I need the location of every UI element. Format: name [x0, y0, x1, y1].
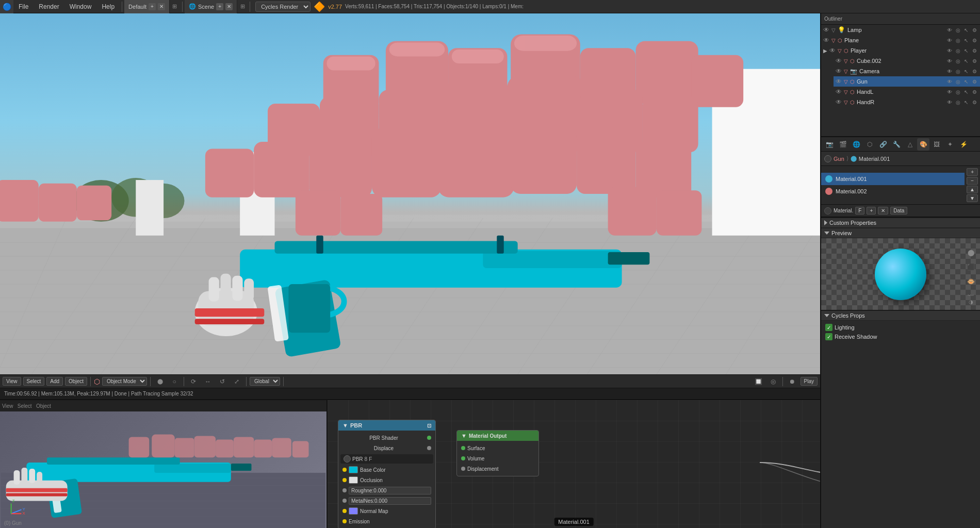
material-down-btn[interactable]: ▼: [967, 194, 978, 202]
outliner-item-camera[interactable]: 👁 ▽ 📷 Camera 👁 ◎ ↖ ⚙: [834, 66, 980, 76]
cube002-visibility-icon[interactable]: 👁: [836, 57, 842, 64]
plane-select-icon2[interactable]: ↖: [962, 37, 970, 44]
modifier-props-icon[interactable]: 🔧: [890, 138, 903, 151]
small-viewport-area[interactable]: View Select Object: [0, 400, 328, 528]
preview-monkey-btn[interactable]: 🐵: [965, 275, 977, 288]
handr-render-icon[interactable]: ◎: [954, 98, 961, 106]
material-remove-btn[interactable]: −: [967, 177, 978, 185]
select-menu-btn[interactable]: Select: [23, 377, 45, 386]
pbr-node[interactable]: ▼ PBR ⊡ PBR Shader Displace: [338, 420, 436, 528]
base-color-swatch[interactable]: [349, 466, 358, 473]
custom-properties-section[interactable]: Custom Properties: [821, 218, 980, 228]
menu-window[interactable]: Window: [64, 0, 97, 13]
mat-plus-btn[interactable]: +: [867, 207, 876, 214]
cube002-render-icon[interactable]: ◎: [954, 57, 961, 64]
handl-select-icon[interactable]: ↖: [962, 88, 970, 95]
gun-visibility-icon[interactable]: 👁: [836, 78, 842, 85]
plane-visibility-icon[interactable]: 👁: [823, 37, 829, 44]
handl-eye-icon[interactable]: 👁: [946, 88, 953, 95]
add-menu-btn[interactable]: Add: [46, 377, 63, 386]
lamp-render-eye-icon[interactable]: ◎: [954, 26, 961, 34]
workspace-tab-scene[interactable]: 🌐 Scene + ✕: [185, 0, 237, 13]
roughness-value[interactable]: Roughne:0.000: [349, 487, 431, 494]
grab-icon[interactable]: ↔: [202, 375, 214, 388]
material-output-collapse-arrow[interactable]: ▼: [461, 433, 467, 439]
manipulator-icon[interactable]: ⟳: [187, 375, 200, 388]
lamp-select-icon[interactable]: ↖: [962, 26, 970, 34]
plane-settings-icon[interactable]: ⚙: [971, 37, 978, 44]
workspace-tab-default-close[interactable]: ✕: [158, 3, 165, 10]
mat-f-btn[interactable]: F: [855, 207, 864, 214]
gun-render-icon[interactable]: ◎: [954, 78, 961, 85]
proportional-icon[interactable]: ◎: [767, 375, 779, 388]
player-render-icon[interactable]: ◎: [954, 47, 961, 54]
outliner-item-handr[interactable]: 👁 ▽ ⬡ HandR 👁 ◎ ↖ ⚙: [834, 97, 980, 107]
camera-settings-icon[interactable]: ⚙: [971, 68, 978, 75]
cube002-select-icon[interactable]: ↖: [962, 57, 970, 64]
physics-props-icon[interactable]: ⚡: [957, 138, 970, 151]
texture-props-icon[interactable]: 🖼: [930, 138, 943, 151]
preview-sphere-btn[interactable]: ⬤: [965, 246, 977, 259]
rotate-icon[interactable]: ↺: [216, 375, 228, 388]
player-expand-icon[interactable]: ▶: [823, 48, 827, 54]
view-menu-btn[interactable]: View: [3, 377, 21, 386]
preview-section-header[interactable]: Preview: [821, 228, 980, 238]
outliner-item-handl[interactable]: 👁 ▽ ⬡ HandL 👁 ◎ ↖ ⚙: [834, 87, 980, 97]
handl-settings-icon[interactable]: ⚙: [971, 88, 978, 95]
snap-icon[interactable]: 🔲: [753, 375, 765, 388]
mat-data-btn[interactable]: Data: [890, 207, 907, 214]
outliner-item-gun[interactable]: 👁 ▽ ⬡ Gun 👁 ◎ ↖ ⚙: [834, 76, 980, 87]
constraint-props-icon[interactable]: 🔗: [877, 138, 889, 151]
object-mode-select[interactable]: Object Mode: [102, 377, 147, 386]
scene-props-icon[interactable]: 🎬: [837, 138, 849, 151]
outliner-item-lamp[interactable]: 👁 ▽ 💡 Lamp 👁 ◎ ↖ ⚙: [821, 25, 980, 35]
render-props-icon[interactable]: 📷: [823, 138, 836, 151]
outliner-item-plane[interactable]: 👁 ▽ ⬡ Plane 👁 ◎ ↖ ⚙: [821, 35, 980, 45]
handl-visibility-icon[interactable]: 👁: [836, 88, 842, 95]
data-props-icon[interactable]: △: [904, 138, 916, 151]
preview-env-btn[interactable]: ◑: [965, 295, 977, 308]
plane-render-icon[interactable]: ◎: [954, 37, 961, 44]
gun-settings-icon[interactable]: ⚙: [971, 78, 978, 85]
main-3d-viewport[interactable]: [0, 13, 820, 374]
handr-settings-icon[interactable]: ⚙: [971, 98, 978, 106]
handr-eye-icon[interactable]: 👁: [946, 98, 953, 106]
node-editor-area[interactable]: ⬡ PBR 👁 + 🔍: [328, 400, 820, 528]
gun-eye-icon[interactable]: 👁: [946, 78, 953, 85]
normal-map-swatch[interactable]: [349, 507, 358, 515]
handr-select-icon[interactable]: ↖: [962, 98, 970, 106]
material-output-node[interactable]: ▼ Material Output Surface Volume: [456, 430, 539, 476]
scale-icon[interactable]: ⤢: [231, 375, 243, 388]
handr-visibility-icon[interactable]: 👁: [836, 98, 842, 106]
gun-select-icon[interactable]: ↖: [962, 78, 970, 85]
world-props-icon[interactable]: 🌐: [850, 138, 862, 151]
cube002-eye-icon[interactable]: 👁: [946, 57, 953, 64]
workspace-tab-scene-close[interactable]: ✕: [225, 3, 233, 10]
material-add-btn[interactable]: +: [967, 168, 978, 176]
pbr-options-row[interactable]: PBR 8 F: [340, 454, 433, 464]
render-engine-select[interactable]: Cycles Render: [255, 2, 311, 12]
workspace-tab-default[interactable]: Default + ✕: [124, 0, 170, 13]
camera-eye-icon[interactable]: 👁: [946, 68, 953, 75]
camera-select-icon[interactable]: ↖: [962, 68, 970, 75]
pbr-node-options[interactable]: ⊡: [427, 423, 431, 428]
mat-x-btn[interactable]: ✕: [878, 207, 888, 214]
object-menu-btn[interactable]: Object: [65, 377, 87, 386]
menu-file[interactable]: File: [13, 0, 34, 13]
outliner-item-player[interactable]: ▶ 👁 ▽ ⬡ Player 👁 ◎ ↖ ⚙: [821, 45, 980, 56]
player-visibility-icon[interactable]: 👁: [829, 47, 836, 54]
cube002-settings-icon[interactable]: ⚙: [971, 57, 978, 64]
lamp-eye-icon[interactable]: 👁: [946, 26, 953, 34]
outliner-item-cube002[interactable]: 👁 ▽ ⬡ Cube.002 👁 ◎ ↖ ⚙: [834, 56, 980, 66]
material-up-btn[interactable]: ▲: [967, 186, 978, 193]
lamp-settings-icon[interactable]: ⚙: [971, 26, 978, 34]
occlusion-swatch[interactable]: [349, 476, 358, 484]
material-props-icon[interactable]: 🎨: [917, 138, 929, 151]
handl-render-icon[interactable]: ◎: [954, 88, 961, 95]
plane-eye-icon[interactable]: 👁: [946, 37, 953, 44]
particle-props-icon[interactable]: ✦: [944, 138, 956, 151]
pivot-select[interactable]: Global: [250, 377, 280, 386]
menu-render[interactable]: Render: [34, 0, 64, 13]
material-item-001[interactable]: Material.001: [821, 173, 965, 185]
pbr-node-collapse-arrow[interactable]: ▼: [342, 422, 348, 428]
